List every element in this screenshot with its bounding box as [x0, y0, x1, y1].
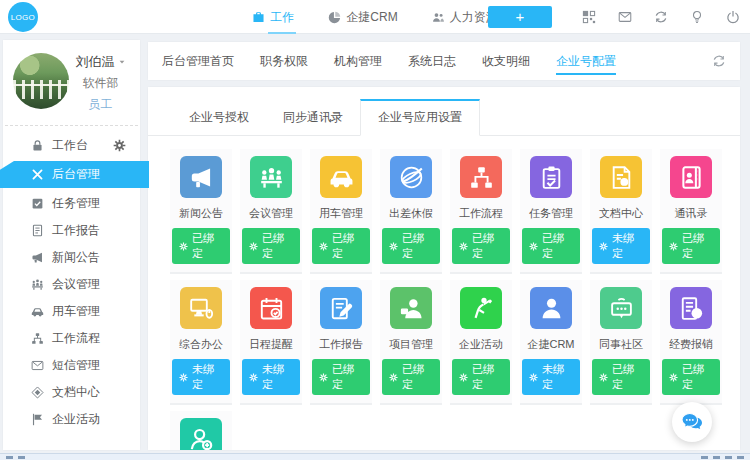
megaphone-icon: [180, 156, 222, 198]
app-card-vehicles[interactable]: 用车管理已绑定: [310, 149, 372, 274]
flow-icon: [460, 156, 502, 198]
sidebar-item-workbench[interactable]: 工作台: [3, 132, 140, 159]
app-card-hr[interactable]: 人力资源已绑定: [170, 411, 232, 450]
tab-org-management[interactable]: 机构管理: [334, 42, 382, 80]
sidebar-item-meetings[interactable]: 会议管理: [3, 271, 140, 298]
subtab-app-settings[interactable]: 企业号应用设置: [360, 99, 480, 136]
app-card-contacts[interactable]: 通讯录已绑定: [660, 149, 722, 274]
flow-icon: [31, 332, 44, 345]
app-bind-badge[interactable]: 已绑定: [172, 228, 230, 264]
badge-label: 已绑定: [542, 231, 573, 261]
app-card-projects[interactable]: 项目管理已绑定: [380, 280, 442, 405]
avatar[interactable]: [13, 53, 69, 109]
mail-icon[interactable]: [618, 10, 632, 24]
tab-finance-details[interactable]: 收支明细: [482, 42, 530, 80]
nav-item-qijie-crm[interactable]: 企捷CRM: [328, 0, 397, 34]
app-card-qijie-crm[interactable]: 企捷CRM未绑定: [520, 280, 582, 405]
top-navbar: LOGO 工作企捷CRM人力资源 +: [0, 0, 750, 34]
app-bind-badge[interactable]: 已绑定: [382, 359, 440, 395]
bulb-icon[interactable]: [690, 10, 704, 24]
sidebar-item-documents[interactable]: 文档中心: [3, 379, 140, 406]
gear-icon: [459, 373, 468, 382]
gear-icon: [389, 373, 398, 382]
add-button[interactable]: +: [488, 6, 552, 28]
chat-float-button[interactable]: [672, 402, 712, 442]
content-panel: 企业号授权同步通讯录企业号应用设置 新闻公告已绑定会议管理已绑定用车管理已绑定出…: [148, 87, 740, 450]
sidebar-item-tasks[interactable]: 任务管理: [3, 190, 140, 217]
flag-icon: [31, 413, 44, 426]
app-bind-badge[interactable]: 已绑定: [382, 228, 440, 264]
app-card-meetings[interactable]: 会议管理已绑定: [240, 149, 302, 274]
apps-grid-icon[interactable]: [582, 10, 596, 24]
app-card-schedule[interactable]: 日程提醒未绑定: [240, 280, 302, 405]
tab-duty-permissions[interactable]: 职务权限: [260, 42, 308, 80]
app-card-work-report[interactable]: 工作报告已绑定: [310, 280, 372, 405]
sidebar-item-news[interactable]: 新闻公告: [3, 244, 140, 271]
sidebar-item-work-report[interactable]: 工作报告: [3, 217, 140, 244]
sidebar-item-label: 后台管理: [52, 166, 100, 183]
user-department: 软件部: [83, 75, 119, 92]
app-card-community[interactable]: 同事社区已绑定: [590, 280, 652, 405]
megaphone-icon: [31, 251, 44, 264]
nav-item-work[interactable]: 工作: [252, 0, 294, 34]
app-label: 企业活动: [459, 337, 503, 352]
user-info: 刘伯温 软件部 员工: [69, 53, 132, 113]
car-icon: [31, 305, 44, 318]
app-bind-badge[interactable]: 已绑定: [242, 228, 300, 264]
workbench-gear-icon[interactable]: [113, 139, 126, 152]
badge-label: 已绑定: [402, 231, 433, 261]
gear-icon: [459, 242, 468, 251]
sidebar-item-admin[interactable]: 后台管理: [0, 161, 149, 188]
doc-icon: [31, 224, 44, 237]
app-card-office[interactable]: 综合办公未绑定: [170, 280, 232, 405]
user-name-dropdown[interactable]: 刘伯温: [76, 53, 126, 71]
badge-label: 已绑定: [682, 362, 713, 392]
tab-system-logs[interactable]: 系统日志: [408, 42, 456, 80]
sidebar-item-sms[interactable]: 短信管理: [3, 352, 140, 379]
app-card-documents[interactable]: 文档中心未绑定: [590, 149, 652, 274]
app-card-expenses[interactable]: 经费报销已绑定: [660, 280, 722, 405]
app-bind-badge[interactable]: 未绑定: [242, 359, 300, 395]
app-bind-badge[interactable]: 已绑定: [522, 228, 580, 264]
sync-icon[interactable]: [654, 10, 668, 24]
sidebar-item-activities[interactable]: 企业活动: [3, 406, 140, 433]
app-bind-badge[interactable]: 已绑定: [452, 359, 510, 395]
app-label: 文档中心: [599, 206, 643, 221]
badge-label: 已绑定: [472, 362, 503, 392]
sidebar-item-workflow[interactable]: 工作流程: [3, 325, 140, 352]
document-icon: [600, 156, 642, 198]
sidebar-item-vehicles[interactable]: 用车管理: [3, 298, 140, 325]
app-card-news[interactable]: 新闻公告已绑定: [170, 149, 232, 274]
badge-label: 未绑定: [192, 362, 223, 392]
badge-label: 已绑定: [262, 231, 293, 261]
app-bind-badge[interactable]: 已绑定: [662, 359, 720, 395]
meeting-icon: [31, 278, 44, 291]
app-card-tasks[interactable]: 任务管理已绑定: [520, 149, 582, 274]
subtab-sync-contacts[interactable]: 同步通讯录: [266, 101, 360, 135]
sidebar-item-label: 工作流程: [52, 330, 100, 347]
app-card-workflow[interactable]: 工作流程已绑定: [450, 149, 512, 274]
app-bind-badge[interactable]: 已绑定: [312, 228, 370, 264]
gear-icon: [179, 373, 188, 382]
app-label: 用车管理: [319, 206, 363, 221]
pie-icon: [328, 11, 341, 24]
app-bind-badge[interactable]: 未绑定: [172, 359, 230, 395]
app-bind-badge[interactable]: 已绑定: [662, 228, 720, 264]
app-card-activities[interactable]: 企业活动已绑定: [450, 280, 512, 405]
user-name: 刘伯温: [76, 53, 115, 71]
app-bind-badge[interactable]: 已绑定: [452, 228, 510, 264]
badge-label: 已绑定: [682, 231, 713, 261]
tab-enterprise-account-config[interactable]: 企业号配置: [556, 42, 616, 80]
sidebar-item-label: 任务管理: [52, 195, 100, 212]
diamond-icon: [31, 386, 44, 399]
app-bind-badge[interactable]: 未绑定: [592, 228, 650, 264]
app-bind-badge[interactable]: 已绑定: [312, 359, 370, 395]
gear-icon: [669, 373, 678, 382]
app-bind-badge[interactable]: 未绑定: [522, 359, 580, 395]
refresh-icon[interactable]: [712, 54, 726, 68]
app-card-business-trip[interactable]: 出差休假已绑定: [380, 149, 442, 274]
subtab-account-auth[interactable]: 企业号授权: [172, 101, 266, 135]
power-icon[interactable]: [726, 10, 740, 24]
tab-admin-home[interactable]: 后台管理首页: [162, 42, 234, 80]
app-bind-badge[interactable]: 已绑定: [592, 359, 650, 395]
